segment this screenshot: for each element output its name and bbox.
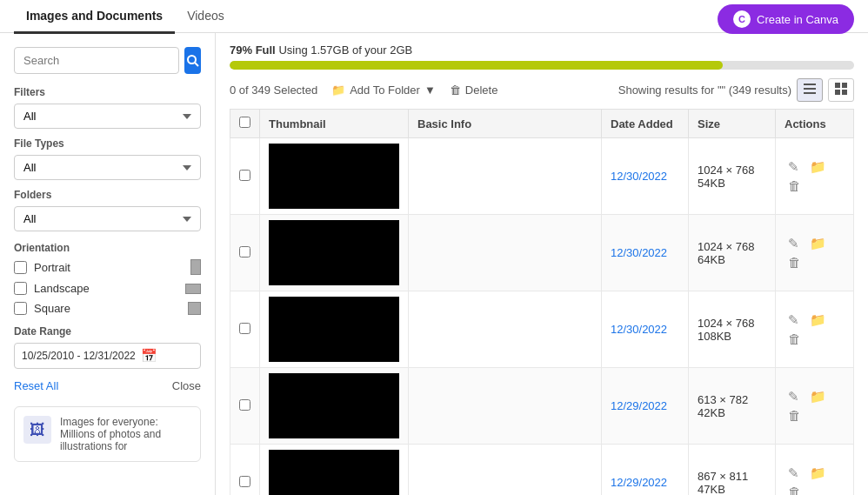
search-icon bbox=[186, 54, 200, 68]
files-table: Thumbnail Basic Info Date Added Size Act… bbox=[230, 109, 854, 495]
folders-select[interactable]: All bbox=[14, 206, 201, 231]
square-checkbox[interactable] bbox=[14, 302, 27, 315]
toolbar: 0 of 349 Selected 📁 Add To Folder ▼ 🗑 De… bbox=[230, 78, 854, 102]
thumbnail-image bbox=[269, 144, 399, 209]
delete-row-button-0[interactable]: 🗑 bbox=[785, 177, 805, 195]
reset-close-row: Reset All Close bbox=[14, 379, 201, 392]
landscape-checkbox[interactable] bbox=[14, 282, 27, 295]
folder-button-2[interactable]: 📁 bbox=[806, 311, 830, 330]
portrait-row: Portrait bbox=[14, 259, 201, 275]
filters-label: Filters bbox=[14, 86, 201, 98]
thumbnail-image bbox=[269, 450, 399, 495]
folder-button-0[interactable]: 📁 bbox=[806, 157, 830, 177]
portrait-checkbox[interactable] bbox=[14, 261, 27, 274]
size-cell: 867 × 81147KB bbox=[689, 445, 776, 496]
edit-button-3[interactable]: ✎ bbox=[785, 387, 803, 406]
date-range-row[interactable]: 10/25/2010 - 12/31/2022 📅 bbox=[14, 343, 201, 369]
date-added-cell: 12/30/2022 bbox=[602, 138, 689, 215]
folder-button-1[interactable]: 📁 bbox=[806, 234, 830, 253]
svg-rect-3 bbox=[804, 88, 816, 90]
delete-button[interactable]: 🗑 Delete bbox=[450, 84, 498, 97]
orientation-label: Orientation bbox=[14, 242, 201, 254]
row-checkbox-2[interactable] bbox=[239, 323, 250, 334]
promo-box: 🖼 Images for everyone: Millions of photo… bbox=[14, 406, 201, 462]
row-checkbox-cell bbox=[230, 215, 260, 291]
square-row: Square bbox=[14, 302, 201, 315]
row-checkbox-0[interactable] bbox=[239, 170, 250, 181]
content-area: 79% Full Using 1.57GB of your 2GB 0 of 3… bbox=[216, 33, 868, 495]
reset-all-button[interactable]: Reset All bbox=[14, 379, 58, 392]
sidebar: Filters All File Types All Folders All O… bbox=[0, 33, 216, 495]
landscape-row: Landscape bbox=[14, 282, 201, 295]
size-cell: 613 × 78242KB bbox=[689, 368, 776, 445]
row-checkbox-4[interactable] bbox=[239, 476, 250, 487]
portrait-label: Portrait bbox=[34, 261, 70, 274]
tab-images[interactable]: Images and Documents bbox=[14, 0, 175, 34]
list-view-button[interactable] bbox=[797, 78, 823, 102]
table-row: 12/29/2022 867 × 81147KB ✎ 📁 🗑 bbox=[230, 445, 854, 496]
search-button[interactable] bbox=[184, 47, 201, 74]
svg-rect-4 bbox=[804, 92, 816, 94]
table-row: 12/30/2022 1024 × 76864KB ✎ 📁 🗑 bbox=[230, 215, 854, 291]
toolbar-right: Showing results for "" (349 results) bbox=[618, 78, 854, 102]
results-text: Showing results for "" (349 results) bbox=[618, 84, 791, 97]
edit-button-1[interactable]: ✎ bbox=[785, 234, 803, 253]
filters-select[interactable]: All bbox=[14, 104, 201, 129]
tabs-bar: Images and Documents Videos C Create in … bbox=[0, 0, 868, 33]
actions-cell: ✎ 📁 🗑 bbox=[776, 368, 854, 445]
edit-button-2[interactable]: ✎ bbox=[785, 311, 803, 330]
date-range-value: 10/25/2010 - 12/31/2022 bbox=[22, 350, 136, 362]
grid-view-button[interactable] bbox=[828, 78, 854, 102]
folder-button-3[interactable]: 📁 bbox=[806, 387, 830, 406]
storage-percent: 79% Full bbox=[230, 43, 276, 57]
date-added-cell: 12/30/2022 bbox=[602, 291, 689, 368]
date-added-cell: 12/29/2022 bbox=[602, 368, 689, 445]
svg-rect-5 bbox=[835, 83, 840, 88]
edit-button-4[interactable]: ✎ bbox=[785, 464, 803, 483]
folder-button-4[interactable]: 📁 bbox=[806, 464, 830, 483]
row-checkbox-cell bbox=[230, 368, 260, 445]
tab-videos[interactable]: Videos bbox=[175, 0, 237, 34]
close-button[interactable]: Close bbox=[172, 379, 201, 392]
promo-text: Images for everyone: Millions of photos … bbox=[60, 416, 191, 452]
thumbnail-cell bbox=[260, 138, 409, 215]
svg-rect-6 bbox=[842, 83, 847, 88]
toolbar-left: 0 of 349 Selected 📁 Add To Folder ▼ 🗑 De… bbox=[230, 84, 497, 97]
size-cell: 1024 × 76864KB bbox=[689, 215, 776, 291]
select-all-checkbox[interactable] bbox=[239, 117, 250, 128]
row-checkbox-1[interactable] bbox=[239, 246, 250, 258]
delete-row-button-1[interactable]: 🗑 bbox=[785, 253, 805, 271]
trash-icon: 🗑 bbox=[450, 84, 461, 97]
landscape-icon bbox=[185, 284, 201, 294]
file-types-label: File Types bbox=[14, 137, 201, 150]
basic-info-col: Basic Info bbox=[409, 110, 602, 138]
actions-col: Actions bbox=[776, 110, 854, 138]
search-row bbox=[14, 47, 201, 74]
date-added-cell: 12/30/2022 bbox=[602, 215, 689, 291]
create-in-canva-button[interactable]: C Create in Canva bbox=[718, 4, 854, 34]
table-row: 12/29/2022 613 × 78242KB ✎ 📁 🗑 bbox=[230, 368, 854, 445]
svg-point-0 bbox=[188, 56, 196, 64]
size-cell: 1024 × 768108KB bbox=[689, 291, 776, 368]
storage-progress-fill bbox=[230, 61, 723, 70]
date-range-label: Date Range bbox=[14, 325, 201, 338]
edit-button-0[interactable]: ✎ bbox=[785, 157, 803, 177]
actions-cell: ✎ 📁 🗑 bbox=[776, 215, 854, 291]
file-types-select[interactable]: All bbox=[14, 155, 201, 180]
basic-info-cell bbox=[409, 368, 602, 445]
square-icon bbox=[188, 302, 201, 315]
table-row: 12/30/2022 1024 × 76854KB ✎ 📁 🗑 bbox=[230, 138, 854, 215]
delete-row-button-4[interactable]: 🗑 bbox=[785, 483, 805, 495]
row-checkbox-3[interactable] bbox=[239, 399, 250, 411]
folder-icon: 📁 bbox=[331, 84, 345, 97]
basic-info-cell bbox=[409, 215, 602, 291]
delete-row-button-3[interactable]: 🗑 bbox=[785, 406, 805, 425]
storage-text: 79% Full Using 1.57GB of your 2GB bbox=[230, 43, 854, 57]
date-added-cell: 12/29/2022 bbox=[602, 445, 689, 496]
svg-rect-8 bbox=[842, 90, 847, 95]
search-input[interactable] bbox=[14, 47, 179, 74]
thumbnail-cell bbox=[260, 215, 409, 291]
delete-row-button-2[interactable]: 🗑 bbox=[785, 330, 805, 348]
add-to-folder-button[interactable]: 📁 Add To Folder ▼ bbox=[331, 84, 436, 97]
actions-cell: ✎ 📁 🗑 bbox=[776, 445, 854, 496]
